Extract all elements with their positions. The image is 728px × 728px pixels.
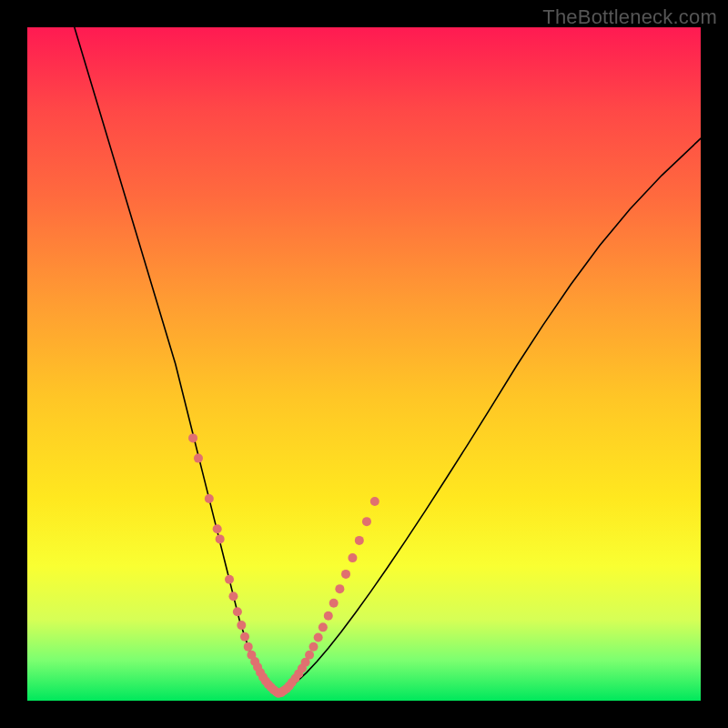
marker-dot xyxy=(329,599,339,608)
marker-dot xyxy=(225,575,234,584)
marker-dot xyxy=(324,612,333,621)
marker-dot xyxy=(370,497,379,506)
series-curve-right xyxy=(278,138,701,693)
marker-dot xyxy=(305,651,314,660)
marker-dot xyxy=(355,536,364,545)
marker-group xyxy=(188,433,379,697)
marker-dot xyxy=(341,570,350,579)
series-curve-left xyxy=(75,27,278,693)
marker-dot xyxy=(237,621,246,630)
marker-dot xyxy=(213,524,222,533)
marker-dot xyxy=(216,534,225,543)
marker-dot xyxy=(362,517,371,526)
marker-dot xyxy=(314,632,323,642)
chart-svg xyxy=(27,27,701,701)
marker-dot xyxy=(194,454,203,463)
marker-dot xyxy=(335,584,344,593)
marker-dot xyxy=(240,632,249,642)
curve-group xyxy=(75,27,701,693)
marker-dot xyxy=(318,622,328,632)
marker-dot xyxy=(188,433,197,442)
marker-dot xyxy=(244,642,253,652)
marker-dot xyxy=(309,642,318,652)
marker-dot xyxy=(233,607,242,616)
marker-dot xyxy=(228,592,238,601)
marker-dot xyxy=(348,553,357,562)
marker-dot xyxy=(205,494,214,503)
chart-frame: TheBottleneck.com xyxy=(0,0,728,728)
plot-area xyxy=(27,27,701,701)
watermark-text: TheBottleneck.com xyxy=(542,5,717,29)
